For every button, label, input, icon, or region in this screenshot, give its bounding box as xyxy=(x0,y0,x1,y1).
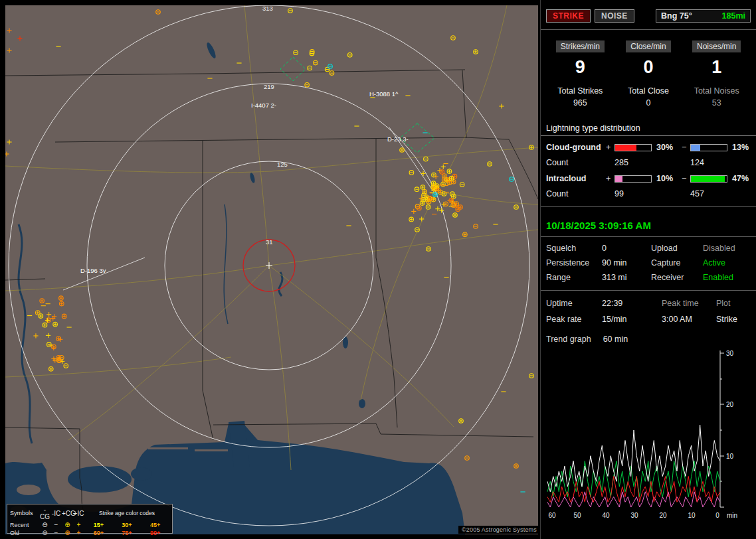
svg-text:30: 30 xyxy=(630,512,638,519)
ring-label-219: 219 xyxy=(264,83,274,90)
legend-type-header: +IC xyxy=(73,510,84,517)
range-label: Range xyxy=(546,273,602,282)
strikes-per-min-badge: Strikes/min xyxy=(556,40,605,52)
squelch-label: Squelch xyxy=(546,244,602,253)
device-status-grid: Squelch 0 Upload Disabled Persistence 90… xyxy=(546,244,751,282)
legend-row-label: Old xyxy=(10,530,39,536)
intracloud-minus-bar xyxy=(690,175,727,183)
cloud-ground-minus-pct: 13% xyxy=(729,143,751,152)
noise-indicator[interactable]: NOISE xyxy=(595,9,634,23)
total-strikes-label: Total Strikes xyxy=(546,86,614,96)
app-window: 313 219 125 31 H-3088 1^ I-4407 2- D-23 … xyxy=(0,0,756,539)
total-noises-label: Total Noises xyxy=(682,86,751,96)
persistence-label: Persistence xyxy=(546,258,602,268)
svg-text:50: 50 xyxy=(573,512,581,519)
cell-label: D-23 3- xyxy=(387,135,409,143)
svg-text:20: 20 xyxy=(659,512,667,519)
intracloud-label: Intracloud xyxy=(546,174,606,183)
legend-symbols-title: Symbols xyxy=(10,510,39,516)
svg-text:40: 40 xyxy=(602,512,610,519)
capture-label: Capture xyxy=(651,258,703,268)
noises-per-min-column: Noises/min 1 Total Noises 53 xyxy=(682,40,751,108)
svg-text:10: 10 xyxy=(688,512,696,519)
map-panel[interactable]: 313 219 125 31 H-3088 1^ I-4407 2- D-23 … xyxy=(5,5,538,534)
legend-age-title: Strike age color codes xyxy=(84,510,169,516)
distribution-title: Lightning type distribution xyxy=(541,123,756,136)
peak-rate-value: 15/min xyxy=(602,315,662,324)
uptime-label: Uptime xyxy=(546,299,602,308)
close-per-min-value: 0 xyxy=(614,57,683,78)
svg-text:0: 0 xyxy=(715,512,719,519)
intracloud-plus-pct: 10% xyxy=(653,174,682,183)
distance-value: 185mi xyxy=(722,11,745,21)
cell-label: D-196 3v xyxy=(80,267,106,274)
trend-graph: 30 20 10 60 50 40 30 20 10 0 min xyxy=(546,348,751,525)
plus-sign: + xyxy=(606,174,614,183)
legend-type-header: +CG xyxy=(62,510,73,517)
ring-label-31: 31 xyxy=(266,238,273,246)
lightning-map[interactable]: 313 219 125 31 H-3088 1^ I-4407 2- D-23 … xyxy=(5,5,538,534)
total-close-label: Total Close xyxy=(614,86,683,96)
noises-per-min-value: 1 xyxy=(682,57,751,78)
uptime-value: 22:39 xyxy=(602,299,662,308)
cloud-ground-plus-count: 285 xyxy=(614,158,682,167)
legend-type-header: -CG xyxy=(39,506,50,520)
peak-rate-label: Peak rate xyxy=(546,315,602,324)
intracloud-plus-count: 99 xyxy=(614,189,682,198)
bearing-range-display: Bng 75° 185mi xyxy=(656,9,751,23)
peak-time-label: Peak time xyxy=(662,299,716,308)
current-datetime: 10/18/2025 3:09:16 AM xyxy=(546,215,751,236)
ring-label-125: 125 xyxy=(277,161,288,168)
intracloud-count-row: Count 99 457 xyxy=(546,189,751,198)
plot-label: Plot xyxy=(716,299,751,308)
indicator-bar: STRIKE NOISE Bng 75° 185mi xyxy=(546,9,751,23)
intracloud-row: Intracloud + 10% − 47% xyxy=(546,174,751,183)
x-unit-label: min xyxy=(727,512,737,519)
legend-age-row: 15+ 30+ 45+ xyxy=(84,522,169,528)
strikes-per-min-column: Strikes/min 9 Total Strikes 965 xyxy=(546,40,614,108)
divider xyxy=(541,29,756,30)
trend-series-layer xyxy=(547,425,720,507)
intracloud-minus-count: 457 xyxy=(690,189,751,198)
upload-value: Disabled xyxy=(703,244,751,253)
minus-sign: − xyxy=(682,174,690,183)
divider xyxy=(541,206,756,207)
y-tick-20: 20 xyxy=(726,401,734,408)
rate-stats: Strikes/min 9 Total Strikes 965 Close/mi… xyxy=(546,40,751,108)
trend-graph-label: Trend graph xyxy=(546,335,591,344)
plot-value: Strike xyxy=(716,315,751,324)
close-per-min-badge: Close/min xyxy=(626,40,670,52)
trend-graph-header: Trend graph 60 min xyxy=(546,335,751,344)
symbol-neg-ic: − xyxy=(50,529,62,536)
symbol-pos-cg: ⊕ xyxy=(62,529,73,536)
legend-type-header: -IC xyxy=(50,510,62,517)
symbol-pos-cg: ⊕ xyxy=(62,521,73,528)
y-tick-10: 10 xyxy=(726,453,734,460)
noises-per-min-badge: Noises/min xyxy=(692,40,741,52)
y-tick-30: 30 xyxy=(726,350,734,357)
strike-indicator[interactable]: STRIKE xyxy=(546,9,591,23)
map-legend: Symbols -CG -IC +CG +IC Strike age color… xyxy=(7,504,173,534)
cloud-ground-plus-pct: 30% xyxy=(653,143,682,152)
divider xyxy=(541,290,756,291)
count-label: Count xyxy=(546,189,606,198)
persistence-value: 90 min xyxy=(602,258,651,268)
capture-value: Active xyxy=(703,258,751,268)
symbol-neg-cg: ⊖ xyxy=(39,521,50,528)
svg-text:60: 60 xyxy=(548,512,556,519)
ring-label-313: 313 xyxy=(262,5,273,12)
copyright-text: ©2005 Astrogenic Systems xyxy=(458,526,540,534)
count-label: Count xyxy=(546,158,606,167)
symbol-neg-cg: ⊖ xyxy=(39,529,50,536)
plus-sign: + xyxy=(606,143,614,152)
cell-label: H-3088 1^ xyxy=(369,90,399,98)
squelch-value: 0 xyxy=(602,244,651,253)
minus-sign: − xyxy=(682,143,690,152)
upload-label: Upload xyxy=(651,244,703,253)
trend-graph-canvas: 30 20 10 60 50 40 30 20 10 0 min xyxy=(546,348,748,523)
trend-y-axis xyxy=(720,350,724,507)
peak-time-value: 3:00 AM xyxy=(662,315,716,324)
legend-age-row: 60+ 75+ 90+ xyxy=(84,530,169,536)
divider xyxy=(541,236,756,237)
intracloud-minus-pct: 47% xyxy=(729,174,751,183)
